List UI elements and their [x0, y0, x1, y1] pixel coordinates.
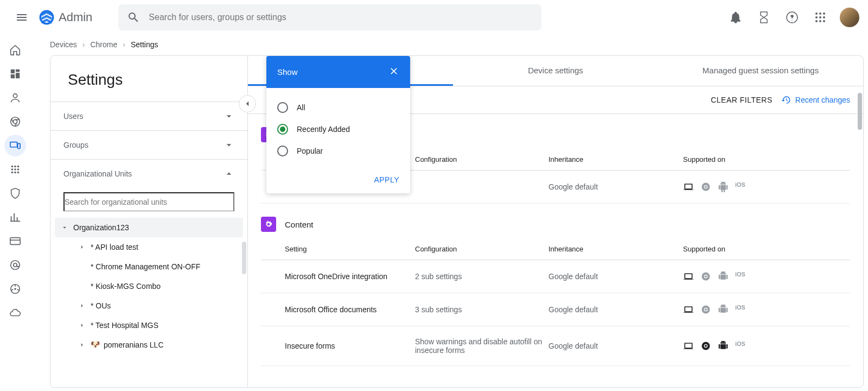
tree-item[interactable]: 🐶 pomeranians LLC: [55, 335, 243, 355]
col-header-setting: Setting: [285, 245, 415, 253]
scrollbar[interactable]: [858, 93, 862, 130]
svg-rect-19: [18, 143, 21, 148]
tab-guest-session[interactable]: Managed guest session settings: [658, 56, 863, 86]
nav-reporting[interactable]: [4, 206, 26, 228]
table-row[interactable]: Insecure formsShow warnings and disable …: [261, 326, 850, 366]
table-header: Setting Configuration Inheritance Suppor…: [261, 238, 850, 260]
search-bar[interactable]: [118, 4, 541, 30]
bell-icon: [729, 11, 742, 24]
nav-chrome[interactable]: [4, 111, 26, 133]
chrome-icon: [9, 116, 21, 128]
radio-option-recently-added[interactable]: Recently Added: [277, 118, 399, 140]
hourglass-icon: [757, 11, 770, 24]
svg-point-5: [815, 16, 818, 18]
svg-point-28: [17, 172, 20, 174]
breadcrumb-item[interactable]: Devices: [50, 40, 77, 49]
gear-icon: [261, 217, 276, 232]
col-header-support: Supported on: [683, 155, 850, 163]
svg-point-7: [823, 16, 825, 18]
android-icon: [718, 181, 729, 192]
breadcrumb-item[interactable]: Chrome: [90, 40, 117, 49]
svg-point-2: [815, 12, 818, 15]
breadcrumb: Devices › Chrome › Settings: [30, 35, 868, 55]
section-users[interactable]: Users: [50, 102, 247, 130]
tree-item[interactable]: * Test Hospital MGS: [55, 316, 243, 335]
logo-area[interactable]: Admin: [39, 10, 92, 25]
tree-item[interactable]: * OUs: [55, 296, 243, 316]
tree-item[interactable]: * Chrome Management ON-OFF: [55, 257, 243, 276]
apply-button[interactable]: APPLY: [374, 175, 399, 184]
android-icon: [718, 340, 729, 351]
collapse-sidebar-button[interactable]: [239, 95, 256, 112]
shield-icon: [9, 187, 21, 199]
cell-support: iOS: [683, 271, 850, 282]
menu-button[interactable]: [9, 4, 35, 30]
search-input[interactable]: [149, 12, 533, 22]
svg-point-43: [705, 308, 707, 311]
hourglass-button[interactable]: [751, 4, 777, 30]
apps-grid-icon: [814, 11, 827, 24]
chrome-platform-icon: [700, 181, 711, 192]
apps-button[interactable]: [807, 4, 833, 30]
svg-point-32: [14, 263, 17, 267]
table-row[interactable]: Microsoft Office documents3 sub settings…: [261, 293, 850, 326]
table-row[interactable]: Microsoft OneDrive integration2 sub sett…: [261, 260, 850, 293]
nav-dashboard[interactable]: [4, 63, 26, 85]
cell-setting: Microsoft OneDrive integration: [285, 272, 415, 281]
svg-rect-11: [11, 70, 15, 73]
at-icon: [9, 259, 21, 271]
radio-label: All: [297, 103, 305, 112]
clear-filters-button[interactable]: CLEAR FILTERS: [711, 96, 773, 104]
nav-home[interactable]: [4, 39, 26, 61]
android-icon: [718, 304, 729, 315]
tab-device[interactable]: Device settings: [453, 56, 658, 86]
nav-devices[interactable]: [4, 135, 26, 156]
nav-directory[interactable]: [4, 87, 26, 109]
chevron-right-icon: ›: [123, 40, 125, 49]
popup-close-button[interactable]: [388, 66, 399, 78]
radio-icon: [277, 124, 288, 135]
radio-option-popular[interactable]: Popular: [277, 140, 399, 162]
nav-billing[interactable]: [4, 230, 26, 252]
sidebar-scrollbar[interactable]: [242, 242, 246, 274]
chevron-left-icon: [242, 99, 252, 109]
radio-option-all[interactable]: All: [277, 97, 399, 118]
notifications-button[interactable]: [723, 4, 749, 30]
ios-icon: iOS: [735, 181, 746, 192]
dog-emoji-icon: 🐶: [91, 340, 100, 350]
help-button[interactable]: [779, 4, 805, 30]
ios-icon: iOS: [735, 304, 746, 315]
tree-item[interactable]: * API load test: [55, 237, 243, 257]
col-header-config: Configuration: [415, 245, 548, 253]
chrome-platform-icon: [700, 340, 711, 351]
svg-point-26: [11, 172, 14, 174]
section-ou[interactable]: Organizational Units: [50, 159, 247, 188]
nav-account[interactable]: [4, 254, 26, 276]
radio-icon: [277, 146, 288, 156]
cloud-icon: [9, 307, 21, 319]
nav-apps[interactable]: [4, 159, 26, 180]
nav-rules[interactable]: [4, 278, 26, 300]
cell-config: 2 sub settings: [415, 272, 548, 281]
chart-icon: [9, 211, 21, 223]
home-icon: [9, 44, 21, 56]
triangle-right-icon: [78, 302, 86, 310]
popup-title: Show: [277, 67, 298, 77]
tree-root[interactable]: Organization123: [55, 218, 243, 237]
laptop-icon: [683, 304, 694, 315]
sidebar-title: Settings: [50, 56, 247, 102]
recent-changes-link[interactable]: Recent changes: [781, 95, 850, 105]
nav-security[interactable]: [4, 182, 26, 204]
nav-storage[interactable]: [4, 302, 26, 324]
tree-item[interactable]: * Kiosk-MGS Combo: [55, 276, 243, 296]
admin-logo-icon: [39, 10, 54, 25]
section-label: Organizational Units: [63, 169, 132, 178]
laptop-icon: [683, 181, 694, 192]
ou-search-input[interactable]: [63, 192, 234, 211]
svg-point-27: [14, 172, 16, 174]
triangle-right-icon: [78, 321, 86, 329]
svg-point-23: [11, 168, 14, 171]
breadcrumb-current: Settings: [131, 40, 158, 49]
section-groups[interactable]: Groups: [50, 130, 247, 159]
avatar[interactable]: [840, 8, 859, 27]
